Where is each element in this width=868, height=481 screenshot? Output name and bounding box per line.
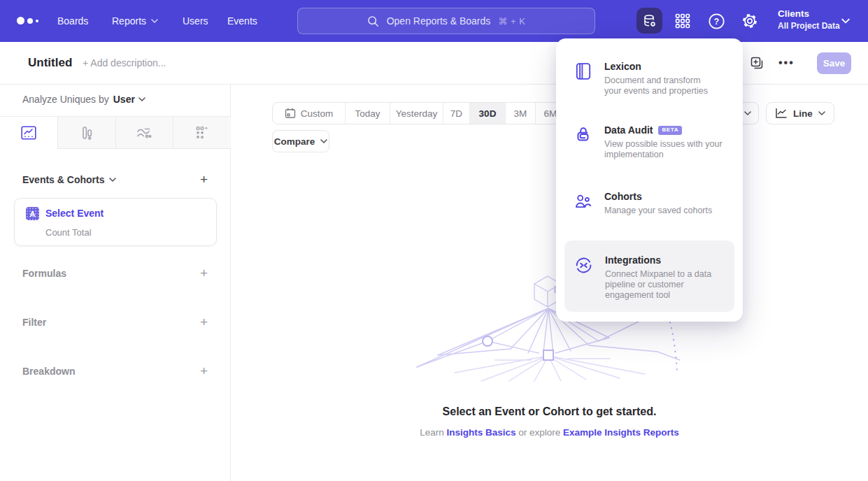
date-range-today[interactable]: Today — [345, 103, 390, 124]
flow-chart-icon — [136, 125, 152, 141]
select-event-label[interactable]: Select Event — [45, 208, 104, 219]
menu-item-data-audit[interactable]: Data Audit BETA View possible issues wit… — [574, 124, 731, 160]
example-insights-reports-link[interactable]: Example Insights Reports — [563, 427, 679, 438]
data-management-icon[interactable] — [636, 8, 662, 34]
line-chart-icon — [21, 126, 36, 140]
data-management-menu: Lexicon Document and transform your even… — [556, 38, 743, 322]
chevron-down-icon — [109, 178, 116, 182]
date-range-control: Custom Today Yesterday 7D 30D 3M 6M — [272, 102, 566, 124]
integrations-sync-icon — [574, 254, 593, 301]
nav-item-boards[interactable]: Boards — [57, 0, 88, 42]
gear-icon — [741, 12, 759, 30]
chart-type-dropdown[interactable]: Line — [766, 102, 834, 124]
project-name: All Project Data — [778, 20, 840, 31]
bar-chart-icon — [79, 125, 94, 141]
tab-metrics-grid[interactable] — [173, 117, 231, 149]
search-shortcut: ⌘ + K — [498, 16, 525, 27]
breakdown-section: Breakdown + — [22, 364, 208, 378]
tab-line-chart[interactable] — [0, 117, 57, 149]
duplicate-icon[interactable] — [750, 42, 764, 84]
org-name: Clients — [778, 8, 840, 20]
analyze-value-dropdown[interactable]: User — [113, 94, 145, 105]
empty-state-links: Learn Insights Basics or explore Example… — [231, 427, 868, 438]
count-total-dropdown[interactable]: Count Total — [45, 227, 92, 238]
empty-state-title: Select an Event or Cohort to get started… — [231, 405, 868, 418]
insights-basics-link[interactable]: Insights Basics — [446, 427, 515, 438]
compare-button[interactable]: Compare — [272, 130, 329, 152]
filter-section: Filter + — [22, 315, 208, 329]
search-placeholder: Open Reports & Boards — [387, 15, 491, 27]
copy-plus-icon — [750, 56, 764, 71]
nav-item-users[interactable]: Users — [183, 0, 208, 42]
chevron-down-icon — [320, 139, 327, 143]
cohorts-users-icon — [574, 191, 592, 216]
menu-item-lexicon[interactable]: Lexicon Document and transform your even… — [574, 61, 731, 96]
svg-text:?: ? — [713, 17, 718, 27]
top-navbar: Boards Reports Users Events Open Reports… — [0, 0, 868, 42]
date-range-3m[interactable]: 3M — [505, 103, 535, 124]
search-bar[interactable]: Open Reports & Boards ⌘ + K — [297, 8, 595, 34]
add-filter-button[interactable]: + — [200, 315, 208, 329]
calendar-icon — [285, 108, 296, 119]
or-explore-text: or explore — [518, 427, 560, 438]
apps-grid-icon[interactable] — [673, 11, 692, 31]
add-formula-button[interactable]: + — [200, 266, 208, 280]
more-options-icon[interactable]: ••• — [778, 42, 795, 84]
menu-item-integrations[interactable]: Integrations Connect Mixpanel to a data … — [574, 254, 731, 301]
add-event-button[interactable]: + — [200, 173, 208, 186]
nav-item-events[interactable]: Events — [227, 0, 257, 42]
events-cohorts-toggle[interactable]: Events & Cohorts — [22, 174, 116, 185]
event-card[interactable]: A Select Event Count Total — [14, 198, 217, 246]
mixpanel-logo[interactable] — [17, 17, 38, 24]
database-gear-icon — [642, 13, 657, 29]
formulas-label: Formulas — [22, 268, 66, 279]
chevron-down-icon — [841, 18, 850, 24]
learn-prefix: Learn — [420, 427, 444, 438]
menu-item-cohorts[interactable]: Cohorts Manage your saved cohorts — [574, 191, 731, 216]
chevron-down-icon — [138, 97, 145, 101]
project-switcher[interactable]: Clients All Project Data — [778, 8, 840, 31]
metrics-grid-icon — [194, 125, 210, 141]
breakdown-label: Breakdown — [22, 366, 75, 377]
report-title[interactable]: Untitled — [28, 42, 72, 84]
filter-label: Filter — [22, 317, 46, 328]
settings-gear-icon[interactable] — [740, 11, 760, 31]
date-range-custom[interactable]: Custom — [273, 103, 345, 124]
lexicon-book-icon — [574, 61, 592, 96]
help-icon[interactable]: ? — [706, 11, 726, 31]
add-breakdown-button[interactable]: + — [200, 364, 208, 378]
tab-bar-chart[interactable] — [57, 117, 115, 149]
beta-badge: BETA — [658, 126, 682, 135]
tab-flow-chart[interactable] — [115, 117, 173, 149]
analyze-label: Analyze Uniques by — [22, 94, 109, 105]
chevron-down-icon — [744, 111, 751, 115]
chevron-down-icon — [818, 111, 825, 115]
events-cohorts-header: Events & Cohorts + — [22, 173, 208, 186]
date-range-30d[interactable]: 30D — [469, 103, 505, 124]
search-icon — [367, 15, 379, 27]
line-chart-icon — [775, 108, 788, 119]
formulas-section: Formulas + — [22, 266, 208, 280]
date-range-7d[interactable]: 7D — [443, 103, 469, 124]
chevron-down-icon — [151, 19, 158, 23]
chart-type-tabs — [0, 116, 231, 149]
report-description-input[interactable]: + Add description... — [83, 42, 166, 84]
save-button[interactable]: Save — [817, 52, 851, 74]
analyze-uniques-row: Analyze Uniques by User — [22, 94, 145, 105]
event-series-badge: A — [26, 207, 39, 220]
grid-icon — [674, 13, 691, 29]
question-circle-icon: ? — [708, 13, 725, 30]
query-sidebar: Analyze Uniques by User — [0, 85, 231, 481]
data-audit-icon — [574, 124, 592, 160]
chart-area: Custom Today Yesterday 7D 30D 3M 6M Comp… — [231, 85, 868, 481]
nav-item-reports[interactable]: Reports — [112, 0, 158, 42]
date-range-yesterday[interactable]: Yesterday — [390, 103, 443, 124]
